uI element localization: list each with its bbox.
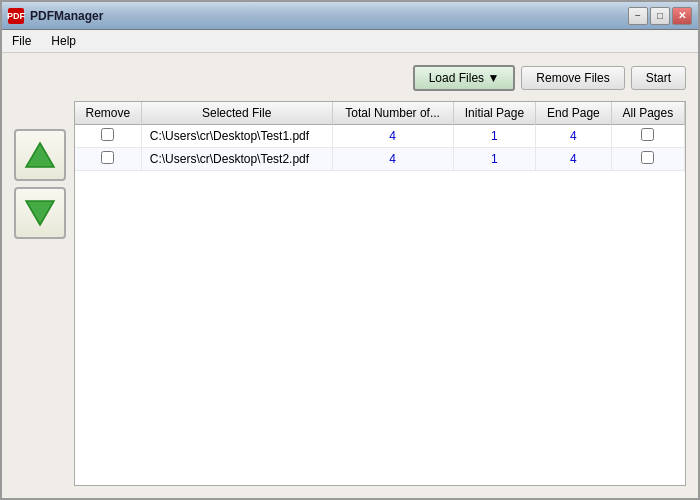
end-page-cell[interactable] <box>536 125 611 148</box>
col-remove: Remove <box>75 102 141 125</box>
load-files-button[interactable]: Load Files ▼ <box>413 65 516 91</box>
move-down-button[interactable] <box>14 187 66 239</box>
table-row: C:\Users\cr\Desktop\Test2.pdf4 <box>75 148 685 171</box>
menu-help[interactable]: Help <box>45 32 82 50</box>
remove-files-button[interactable]: Remove Files <box>521 66 624 90</box>
window-title: PDFManager <box>30 9 103 23</box>
file-path-cell: C:\Users\cr\Desktop\Test1.pdf <box>141 125 332 148</box>
file-table: Remove Selected File Total Number of... … <box>75 102 685 171</box>
all-pages-cell[interactable] <box>611 148 684 171</box>
close-button[interactable]: ✕ <box>672 7 692 25</box>
col-all-pages: All Pages <box>611 102 684 125</box>
initial-page-input[interactable] <box>479 129 509 143</box>
start-button[interactable]: Start <box>631 66 686 90</box>
end-page-input[interactable] <box>558 152 588 166</box>
initial-page-input[interactable] <box>479 152 509 166</box>
app-icon: PDF <box>8 8 24 24</box>
svg-marker-1 <box>26 201 54 225</box>
down-arrow-icon <box>24 197 56 229</box>
content-area: Load Files ▼ Remove Files Start <box>2 53 698 498</box>
col-total-pages: Total Number of... <box>332 102 453 125</box>
all-pages-checkbox[interactable] <box>641 151 654 164</box>
title-bar: PDF PDFManager − □ ✕ <box>2 2 698 30</box>
up-arrow-icon <box>24 139 56 171</box>
window-controls: − □ ✕ <box>628 7 692 25</box>
menu-file[interactable]: File <box>6 32 37 50</box>
svg-marker-0 <box>26 143 54 167</box>
table-header-row: Remove Selected File Total Number of... … <box>75 102 685 125</box>
remove-cell[interactable] <box>75 125 141 148</box>
file-path-cell: C:\Users\cr\Desktop\Test2.pdf <box>141 148 332 171</box>
initial-page-cell[interactable] <box>453 125 536 148</box>
file-table-container: Remove Selected File Total Number of... … <box>74 101 686 486</box>
total-pages-cell: 4 <box>332 125 453 148</box>
minimize-button[interactable]: − <box>628 7 648 25</box>
main-window: PDF PDFManager − □ ✕ File Help Load File… <box>0 0 700 500</box>
table-row: C:\Users\cr\Desktop\Test1.pdf4 <box>75 125 685 148</box>
col-initial-page: Initial Page <box>453 102 536 125</box>
remove-checkbox[interactable] <box>101 128 114 141</box>
main-panel: Remove Selected File Total Number of... … <box>14 101 686 486</box>
col-end-page: End Page <box>536 102 611 125</box>
all-pages-checkbox[interactable] <box>641 128 654 141</box>
move-up-button[interactable] <box>14 129 66 181</box>
col-selected-file: Selected File <box>141 102 332 125</box>
end-page-cell[interactable] <box>536 148 611 171</box>
remove-cell[interactable] <box>75 148 141 171</box>
side-buttons <box>14 101 66 486</box>
maximize-button[interactable]: □ <box>650 7 670 25</box>
title-bar-left: PDF PDFManager <box>8 8 103 24</box>
toolbar: Load Files ▼ Remove Files Start <box>14 65 686 91</box>
total-pages-cell: 4 <box>332 148 453 171</box>
end-page-input[interactable] <box>558 129 588 143</box>
all-pages-cell[interactable] <box>611 125 684 148</box>
initial-page-cell[interactable] <box>453 148 536 171</box>
remove-checkbox[interactable] <box>101 151 114 164</box>
menu-bar: File Help <box>2 30 698 53</box>
